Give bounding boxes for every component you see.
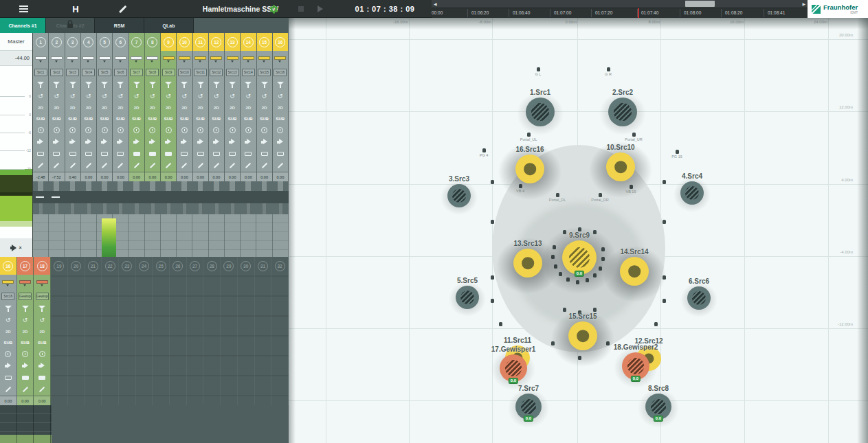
rotate-icon[interactable]: ↺: [49, 91, 64, 102]
channel-label[interactable]: Src10: [177, 65, 192, 79]
channel-mini-fader[interactable]: [241, 51, 256, 65]
funnel-icon[interactable]: [81, 79, 96, 91]
funnel-icon[interactable]: [129, 79, 144, 91]
pencil-icon[interactable]: [273, 159, 288, 172]
channel-number[interactable]: 8: [145, 33, 160, 51]
sub-button[interactable]: SUB: [113, 113, 128, 124]
rotate-icon[interactable]: ↺: [273, 91, 288, 102]
timeline-scrollbar[interactable]: ◀ ▶: [432, 0, 808, 8]
channel-strip-29[interactable]: 29: [221, 257, 238, 405]
master-fader[interactable]: 60-6-12-20: [0, 66, 32, 169]
channel-mini-fader[interactable]: [17, 275, 34, 289]
channel-strip-16[interactable]: 16 Src16 ↺ 2D SUB 0.00: [0, 257, 17, 405]
source-15-src15[interactable]: [568, 321, 597, 350]
channel-number[interactable]: 5: [97, 33, 112, 51]
channel-number[interactable]: 14: [241, 33, 256, 51]
channel-number[interactable]: 32: [271, 257, 288, 275]
pencil-icon[interactable]: [65, 159, 80, 172]
box-icon[interactable]: [129, 148, 144, 159]
rotate-icon[interactable]: ↺: [145, 91, 160, 102]
master-mute-button[interactable]: ×: [0, 238, 32, 257]
pencil-icon[interactable]: [113, 159, 128, 172]
box-icon[interactable]: [209, 148, 224, 159]
channel-number[interactable]: 19: [51, 257, 67, 275]
channel-label[interactable]: Src5: [97, 65, 112, 79]
channel-number[interactable]: 26: [170, 257, 186, 275]
channel-mini-fader[interactable]: [97, 51, 112, 65]
channel-strip-31[interactable]: 31: [255, 257, 272, 405]
clock-icon[interactable]: [273, 124, 288, 136]
channel-label[interactable]: Src16: [273, 65, 288, 79]
clock-icon[interactable]: [33, 124, 48, 136]
rotate-icon[interactable]: ↺: [33, 91, 48, 102]
pencil-icon[interactable]: [129, 159, 144, 172]
channel-label[interactable]: Gewisper1: [17, 289, 34, 303]
mode-2d-button[interactable]: 2D: [225, 102, 240, 113]
funnel-icon[interactable]: [257, 79, 272, 91]
sub-button[interactable]: SUB: [145, 113, 160, 124]
speaker-icon[interactable]: [257, 136, 272, 148]
channel-number[interactable]: 24: [136, 257, 153, 275]
box-icon[interactable]: [33, 148, 48, 159]
clock-icon[interactable]: [49, 124, 64, 136]
funnel-icon[interactable]: [209, 79, 224, 91]
channel-number[interactable]: 28: [203, 257, 220, 275]
speaker-icon[interactable]: [113, 136, 128, 148]
mode-2d-button[interactable]: 2D: [97, 102, 112, 113]
funnel-icon[interactable]: [193, 79, 208, 91]
sub-button[interactable]: SUB: [49, 113, 64, 124]
rotate-icon[interactable]: ↺: [209, 91, 224, 102]
speaker-icon[interactable]: [161, 136, 176, 148]
box-icon[interactable]: [17, 372, 34, 383]
funnel-icon[interactable]: [225, 79, 240, 91]
funnel-icon[interactable]: [273, 79, 288, 91]
mode-2d-button[interactable]: 2D: [257, 102, 272, 113]
channel-label[interactable]: Src8: [145, 65, 160, 79]
box-icon[interactable]: [34, 372, 50, 383]
channel-strip-10[interactable]: 10 Src10 ↺ 2D SUB 0.00: [177, 33, 192, 181]
speaker-icon[interactable]: [177, 136, 192, 148]
channel-number[interactable]: 15: [257, 33, 272, 51]
channel-strip-9[interactable]: 9 Src9 ↺ 2D SUB 0.00: [161, 33, 177, 181]
channel-label[interactable]: Src7: [129, 65, 144, 79]
clock-icon[interactable]: [225, 124, 240, 136]
rotate-icon[interactable]: ↺: [161, 91, 176, 102]
pencil-icon[interactable]: [49, 159, 64, 172]
clock-icon[interactable]: [97, 124, 112, 136]
funnel-icon[interactable]: [241, 79, 256, 91]
channel-number[interactable]: 17: [17, 257, 34, 275]
channel-number[interactable]: 29: [221, 257, 237, 275]
channel-mini-fader[interactable]: [129, 51, 144, 65]
channel-label[interactable]: Src2: [49, 65, 64, 79]
channel-number[interactable]: 11: [193, 33, 208, 51]
source-10-src10[interactable]: [606, 152, 635, 181]
sub-button[interactable]: SUB: [34, 337, 50, 348]
play-button[interactable]: [315, 0, 326, 18]
edit-pencil-icon[interactable]: [115, 0, 129, 18]
channel-mini-fader[interactable]: [177, 51, 192, 65]
mode-2d-button[interactable]: 2D: [209, 102, 224, 113]
channel-mini-fader[interactable]: [34, 275, 50, 289]
scroll-left-icon[interactable]: ◀: [434, 1, 437, 6]
channel-number[interactable]: 13: [225, 33, 240, 51]
sub-button[interactable]: SUB: [241, 113, 256, 124]
source-14-src14[interactable]: [620, 257, 649, 286]
pencil-icon[interactable]: [225, 159, 240, 172]
pencil-icon[interactable]: [33, 159, 48, 172]
clock-icon[interactable]: [65, 124, 80, 136]
box-icon[interactable]: [113, 148, 128, 159]
channel-mini-fader[interactable]: [0, 275, 16, 289]
rotate-icon[interactable]: ↺: [97, 91, 112, 102]
box-icon[interactable]: [81, 148, 96, 159]
tab-rsm[interactable]: RSM: [95, 18, 144, 33]
channel-label[interactable]: Gewisper2: [34, 289, 50, 303]
channel-mini-fader[interactable]: [273, 51, 288, 65]
pencil-icon[interactable]: [209, 159, 224, 172]
channel-number[interactable]: 2: [49, 33, 64, 51]
rotate-icon[interactable]: ↺: [193, 91, 208, 102]
channel-label[interactable]: Src3: [65, 65, 80, 79]
channel-strip-15[interactable]: 15 Src15 ↺ 2D SUB 0.00: [257, 33, 273, 181]
channel-mini-fader[interactable]: [33, 51, 48, 65]
box-icon[interactable]: [177, 148, 192, 159]
rotate-icon[interactable]: ↺: [34, 315, 50, 326]
